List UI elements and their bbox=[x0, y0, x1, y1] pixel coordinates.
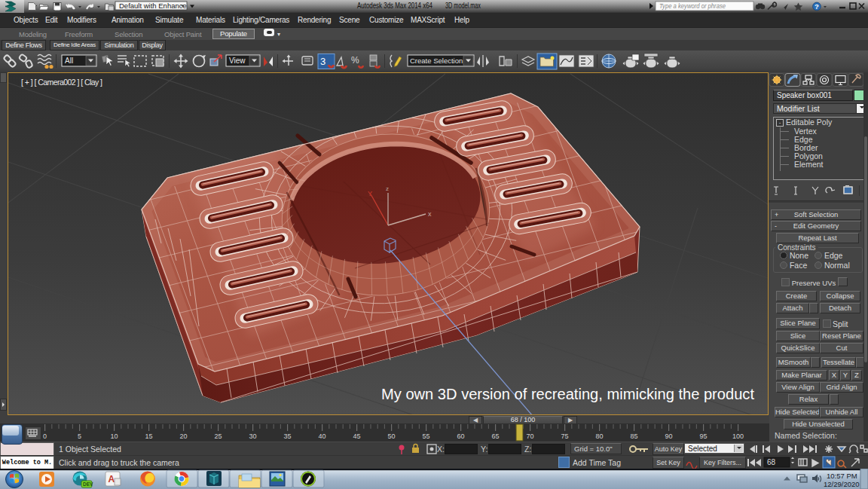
svg-text:40: 40 bbox=[319, 432, 326, 440]
svg-text:30: 30 bbox=[249, 432, 257, 440]
svg-text:95: 95 bbox=[700, 432, 708, 440]
svg-text:90: 90 bbox=[665, 432, 673, 440]
svg-text:10: 10 bbox=[111, 432, 118, 440]
svg-text:%: % bbox=[351, 55, 359, 66]
svg-text:Autodesk 3ds Max 2014 x64: Autodesk 3ds Max 2014 x64 bbox=[357, 1, 432, 10]
svg-text:25: 25 bbox=[215, 432, 222, 440]
svg-text:A: A bbox=[108, 474, 115, 484]
svg-text:All: All bbox=[65, 57, 73, 65]
svg-text:45: 45 bbox=[353, 432, 361, 440]
svg-text:x: x bbox=[428, 210, 432, 218]
svg-text:55: 55 bbox=[423, 432, 430, 440]
svg-text:3D model.max: 3D model.max bbox=[445, 1, 481, 10]
svg-text:10:57 PM: 10:57 PM bbox=[827, 472, 857, 480]
svg-text:15: 15 bbox=[145, 432, 153, 440]
svg-text:75: 75 bbox=[561, 432, 569, 440]
svg-text:65: 65 bbox=[492, 432, 500, 440]
svg-text:20: 20 bbox=[180, 432, 188, 440]
svg-text:Y: Y bbox=[368, 190, 372, 197]
svg-text:z: z bbox=[386, 185, 389, 192]
svg-text:85: 85 bbox=[631, 432, 638, 440]
svg-text:70: 70 bbox=[527, 432, 534, 440]
svg-text:5: 5 bbox=[78, 432, 81, 440]
svg-text:DEV: DEV bbox=[83, 481, 93, 487]
svg-text:35: 35 bbox=[284, 432, 292, 440]
svg-text:50: 50 bbox=[388, 432, 396, 440]
svg-text:68: 68 bbox=[767, 458, 776, 466]
svg-text:80: 80 bbox=[596, 432, 604, 440]
svg-text:My own 3D version of recreatin: My own 3D version of recreating, mimicki… bbox=[381, 385, 754, 402]
svg-text:0: 0 bbox=[43, 432, 47, 440]
svg-text:?: ? bbox=[815, 2, 819, 11]
svg-text:View: View bbox=[229, 57, 246, 65]
svg-text:Default with Enhance: Default with Enhance bbox=[119, 2, 187, 10]
svg-text:60: 60 bbox=[457, 432, 465, 440]
svg-text:3: 3 bbox=[320, 56, 326, 67]
svg-text:100: 100 bbox=[732, 432, 744, 440]
svg-text:[ + ] [ Camera002 ] [ Clay ]: [ + ] [ Camera002 ] [ Clay ] bbox=[21, 78, 102, 87]
svg-text:12/29/2020: 12/29/2020 bbox=[824, 480, 860, 488]
svg-text:Type a keyword or phrase: Type a keyword or phrase bbox=[659, 2, 726, 10]
